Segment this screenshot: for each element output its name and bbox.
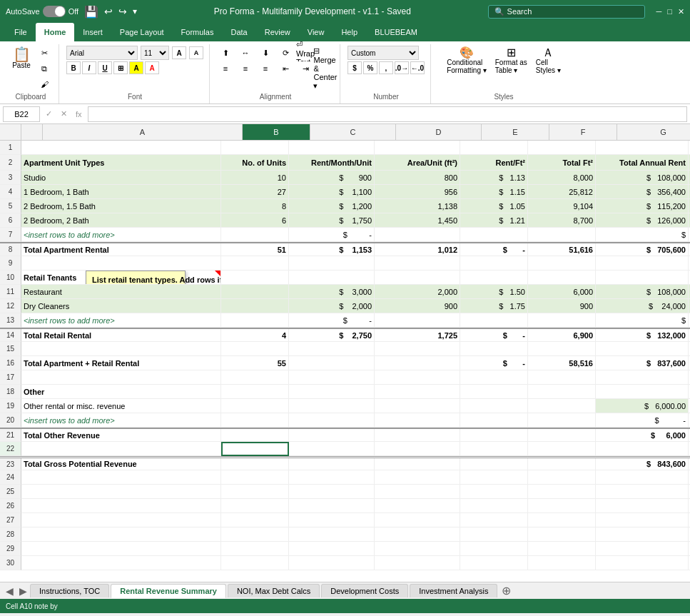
cell-b5[interactable]: 8 (221, 199, 289, 213)
cell-g12[interactable]: $ 24,000 (596, 299, 689, 313)
cell-f16[interactable]: 58,516 (528, 356, 596, 370)
cell-a13[interactable]: <insert rows to add more> (21, 313, 221, 328)
cell-b23[interactable] (221, 458, 289, 470)
close-btn[interactable]: ✕ (678, 7, 684, 16)
cell-c6[interactable]: $ 1,750 (289, 213, 375, 228)
cell-c19[interactable] (289, 399, 375, 413)
cell-d23[interactable] (375, 458, 460, 470)
conditional-formatting-btn[interactable]: 🎨 ConditionalFormatting ▾ (444, 46, 489, 76)
cell-c20[interactable] (289, 413, 375, 428)
sheet-nav-right[interactable]: ▶ (16, 585, 30, 597)
cell-e11[interactable]: $ 1.50 (460, 285, 528, 299)
align-bottom-btn[interactable]: ⬇ (257, 46, 274, 60)
cell-e17[interactable] (460, 370, 528, 385)
cell-e8[interactable]: $ - (460, 243, 528, 256)
cell-reference[interactable] (3, 106, 40, 122)
cell-b18[interactable] (221, 385, 289, 399)
cell-e5[interactable]: $ 1.05 (460, 199, 528, 213)
add-sheet-btn[interactable]: ⊕ (499, 584, 514, 597)
cell-d3[interactable]: 800 (375, 171, 460, 185)
undo-icon[interactable]: ↩ (104, 6, 113, 17)
cell-b21[interactable] (221, 429, 289, 442)
col-header-c[interactable]: C (310, 124, 396, 140)
cell-styles-btn[interactable]: Ａ CellStyles ▾ (533, 46, 564, 76)
cell-f22[interactable] (528, 442, 596, 456)
cell-c3[interactable]: $ 900 (289, 171, 375, 185)
search-box[interactable]: 🔍 Search (488, 5, 645, 19)
cell-e12[interactable]: $ 1.75 (460, 299, 528, 313)
cell-c24[interactable] (289, 470, 375, 485)
cell-b2[interactable]: No. of Units (221, 155, 289, 171)
cell-c9[interactable] (289, 256, 375, 271)
cell-g24[interactable] (596, 470, 689, 485)
cell-b15[interactable] (221, 342, 289, 356)
orientation-btn[interactable]: ⟳ (277, 46, 294, 60)
tab-rental-revenue[interactable]: Rental Revenue Summary (111, 584, 226, 598)
cell-g7[interactable]: $ (596, 228, 689, 242)
cell-b1[interactable] (221, 141, 289, 155)
percent-btn[interactable]: % (363, 61, 377, 74)
cell-c21[interactable] (289, 429, 375, 442)
align-center-btn[interactable]: ≡ (237, 61, 254, 76)
tab-help[interactable]: Help (333, 23, 366, 41)
minimize-btn[interactable]: ─ (656, 7, 662, 16)
cell-b24[interactable] (221, 470, 289, 485)
font-name-select[interactable]: Arial (66, 46, 138, 60)
cell-a10[interactable]: Retail Tenants List retail tenant types.… (21, 271, 221, 285)
cell-g22[interactable] (596, 442, 689, 456)
cell-c4[interactable]: $ 1,100 (289, 185, 375, 199)
col-header-g[interactable]: G (617, 124, 690, 140)
cell-g6[interactable]: $ 126,000 (596, 213, 689, 228)
cell-a11[interactable]: Restaurant (21, 285, 221, 299)
cell-b16[interactable]: 55 (221, 356, 289, 370)
dollar-btn[interactable]: $ (347, 61, 362, 74)
cell-b4[interactable]: 27 (221, 185, 289, 199)
tab-noi[interactable]: NOI, Max Debt Calcs (228, 584, 320, 597)
cell-e22[interactable] (460, 442, 528, 456)
cell-f20[interactable] (528, 413, 596, 428)
cell-g17[interactable] (596, 370, 689, 385)
tab-file[interactable]: File (6, 23, 36, 41)
cell-a19[interactable]: Other rental or misc. revenue (21, 399, 221, 413)
col-header-a[interactable]: A (43, 124, 243, 140)
cell-a15[interactable] (21, 342, 221, 356)
cell-a2[interactable]: Apartment Unit Types (21, 155, 221, 171)
autosave-toggle[interactable] (43, 6, 66, 17)
cell-d19[interactable] (375, 399, 460, 413)
cell-b19[interactable] (221, 399, 289, 413)
underline-btn[interactable]: U (98, 61, 112, 74)
cell-f6[interactable]: 8,700 (528, 213, 596, 228)
align-top-btn[interactable]: ⬆ (217, 46, 234, 60)
cell-a1[interactable] (21, 141, 221, 155)
indent-left-btn[interactable]: ⇤ (277, 61, 294, 76)
cell-e3[interactable]: $ 1.13 (460, 171, 528, 185)
cell-c2[interactable]: Rent/Month/Unit (289, 155, 375, 171)
cell-d10[interactable] (375, 271, 460, 285)
font-shrink-btn[interactable]: A (189, 46, 203, 59)
cell-f11[interactable]: 6,000 (528, 285, 596, 299)
cell-a20[interactable]: <insert rows to add more> (21, 413, 221, 428)
tab-insert[interactable]: Insert (74, 23, 111, 41)
tab-instructions[interactable]: Instructions, TOC (30, 584, 109, 597)
format-painter-button[interactable]: 🖌 (36, 77, 53, 91)
cell-b13[interactable] (221, 313, 289, 328)
copy-button[interactable]: ⧉ (36, 61, 53, 76)
cell-f17[interactable] (528, 370, 596, 385)
cell-b10[interactable] (221, 271, 289, 285)
indent-right-btn[interactable]: ⇥ (297, 61, 314, 76)
maximize-btn[interactable]: □ (667, 7, 672, 16)
cell-e23[interactable] (460, 458, 528, 470)
col-header-e[interactable]: E (482, 124, 549, 140)
cell-f5[interactable]: 9,104 (528, 199, 596, 213)
cell-c23[interactable] (289, 458, 375, 470)
bold-btn[interactable]: B (66, 61, 81, 74)
align-left-btn[interactable]: ≡ (217, 61, 234, 76)
cell-b8[interactable]: 51 (221, 243, 289, 256)
cell-f14[interactable]: 6,900 (528, 329, 596, 342)
cell-f4[interactable]: 25,812 (528, 185, 596, 199)
cell-g9[interactable] (596, 256, 689, 271)
cell-c10[interactable] (289, 271, 375, 285)
cell-f8[interactable]: 51,616 (528, 243, 596, 256)
save-icon[interactable]: 💾 (84, 5, 98, 19)
cell-e4[interactable]: $ 1.15 (460, 185, 528, 199)
